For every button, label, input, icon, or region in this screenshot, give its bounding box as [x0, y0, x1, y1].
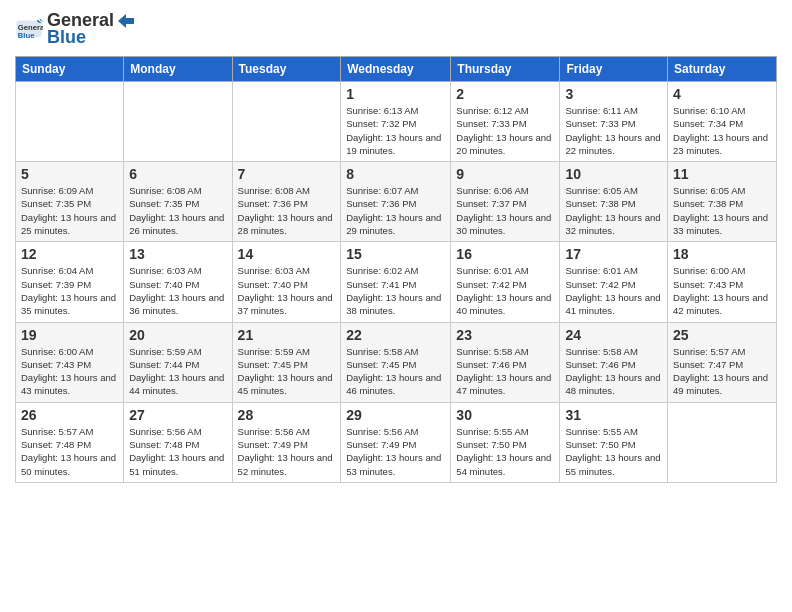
calendar-cell: 10Sunrise: 6:05 AM Sunset: 7:38 PM Dayli… — [560, 162, 668, 242]
calendar-cell: 29Sunrise: 5:56 AM Sunset: 7:49 PM Dayli… — [341, 402, 451, 482]
day-number: 9 — [456, 166, 554, 182]
calendar-cell: 25Sunrise: 5:57 AM Sunset: 7:47 PM Dayli… — [668, 322, 777, 402]
calendar-cell: 26Sunrise: 5:57 AM Sunset: 7:48 PM Dayli… — [16, 402, 124, 482]
weekday-header-friday: Friday — [560, 57, 668, 82]
calendar-cell: 12Sunrise: 6:04 AM Sunset: 7:39 PM Dayli… — [16, 242, 124, 322]
day-number: 16 — [456, 246, 554, 262]
calendar-cell: 19Sunrise: 6:00 AM Sunset: 7:43 PM Dayli… — [16, 322, 124, 402]
svg-marker-5 — [118, 14, 134, 28]
calendar-cell: 9Sunrise: 6:06 AM Sunset: 7:37 PM Daylig… — [451, 162, 560, 242]
weekday-header-monday: Monday — [124, 57, 232, 82]
calendar-header: SundayMondayTuesdayWednesdayThursdayFrid… — [16, 57, 777, 82]
calendar-cell: 21Sunrise: 5:59 AM Sunset: 7:45 PM Dayli… — [232, 322, 341, 402]
calendar-week-row: 19Sunrise: 6:00 AM Sunset: 7:43 PM Dayli… — [16, 322, 777, 402]
day-info: Sunrise: 6:07 AM Sunset: 7:36 PM Dayligh… — [346, 184, 445, 237]
day-info: Sunrise: 5:56 AM Sunset: 7:49 PM Dayligh… — [346, 425, 445, 478]
logo-icon: General Blue — [15, 15, 43, 43]
day-number: 21 — [238, 327, 336, 343]
day-info: Sunrise: 6:05 AM Sunset: 7:38 PM Dayligh… — [565, 184, 662, 237]
calendar-cell — [124, 82, 232, 162]
weekday-header-saturday: Saturday — [668, 57, 777, 82]
day-info: Sunrise: 5:56 AM Sunset: 7:49 PM Dayligh… — [238, 425, 336, 478]
calendar-cell — [668, 402, 777, 482]
calendar-cell: 22Sunrise: 5:58 AM Sunset: 7:45 PM Dayli… — [341, 322, 451, 402]
day-number: 19 — [21, 327, 118, 343]
day-info: Sunrise: 6:02 AM Sunset: 7:41 PM Dayligh… — [346, 264, 445, 317]
weekday-header-row: SundayMondayTuesdayWednesdayThursdayFrid… — [16, 57, 777, 82]
calendar-cell: 8Sunrise: 6:07 AM Sunset: 7:36 PM Daylig… — [341, 162, 451, 242]
day-number: 3 — [565, 86, 662, 102]
day-number: 12 — [21, 246, 118, 262]
day-info: Sunrise: 6:11 AM Sunset: 7:33 PM Dayligh… — [565, 104, 662, 157]
day-info: Sunrise: 5:55 AM Sunset: 7:50 PM Dayligh… — [565, 425, 662, 478]
day-number: 25 — [673, 327, 771, 343]
day-number: 2 — [456, 86, 554, 102]
logo-arrow-icon — [116, 12, 134, 30]
calendar-week-row: 5Sunrise: 6:09 AM Sunset: 7:35 PM Daylig… — [16, 162, 777, 242]
day-number: 15 — [346, 246, 445, 262]
day-number: 17 — [565, 246, 662, 262]
logo-wordmark: General Blue — [47, 10, 134, 48]
header: General Blue General Blue — [15, 10, 777, 48]
calendar-cell: 15Sunrise: 6:02 AM Sunset: 7:41 PM Dayli… — [341, 242, 451, 322]
calendar-cell: 13Sunrise: 6:03 AM Sunset: 7:40 PM Dayli… — [124, 242, 232, 322]
calendar-cell: 14Sunrise: 6:03 AM Sunset: 7:40 PM Dayli… — [232, 242, 341, 322]
calendar-cell: 17Sunrise: 6:01 AM Sunset: 7:42 PM Dayli… — [560, 242, 668, 322]
day-number: 5 — [21, 166, 118, 182]
day-info: Sunrise: 5:58 AM Sunset: 7:46 PM Dayligh… — [456, 345, 554, 398]
day-info: Sunrise: 6:01 AM Sunset: 7:42 PM Dayligh… — [456, 264, 554, 317]
day-info: Sunrise: 6:13 AM Sunset: 7:32 PM Dayligh… — [346, 104, 445, 157]
day-number: 28 — [238, 407, 336, 423]
day-info: Sunrise: 5:55 AM Sunset: 7:50 PM Dayligh… — [456, 425, 554, 478]
svg-text:Blue: Blue — [18, 31, 35, 40]
calendar-cell: 1Sunrise: 6:13 AM Sunset: 7:32 PM Daylig… — [341, 82, 451, 162]
calendar-cell: 31Sunrise: 5:55 AM Sunset: 7:50 PM Dayli… — [560, 402, 668, 482]
day-info: Sunrise: 6:12 AM Sunset: 7:33 PM Dayligh… — [456, 104, 554, 157]
calendar-cell: 23Sunrise: 5:58 AM Sunset: 7:46 PM Dayli… — [451, 322, 560, 402]
calendar-cell — [16, 82, 124, 162]
calendar-cell: 7Sunrise: 6:08 AM Sunset: 7:36 PM Daylig… — [232, 162, 341, 242]
calendar-cell: 30Sunrise: 5:55 AM Sunset: 7:50 PM Dayli… — [451, 402, 560, 482]
day-info: Sunrise: 5:59 AM Sunset: 7:44 PM Dayligh… — [129, 345, 226, 398]
day-info: Sunrise: 6:05 AM Sunset: 7:38 PM Dayligh… — [673, 184, 771, 237]
calendar-week-row: 1Sunrise: 6:13 AM Sunset: 7:32 PM Daylig… — [16, 82, 777, 162]
day-number: 13 — [129, 246, 226, 262]
day-number: 18 — [673, 246, 771, 262]
logo: General Blue General Blue — [15, 10, 134, 48]
day-number: 8 — [346, 166, 445, 182]
day-number: 23 — [456, 327, 554, 343]
calendar-cell: 24Sunrise: 5:58 AM Sunset: 7:46 PM Dayli… — [560, 322, 668, 402]
calendar-cell — [232, 82, 341, 162]
day-info: Sunrise: 6:08 AM Sunset: 7:35 PM Dayligh… — [129, 184, 226, 237]
day-number: 29 — [346, 407, 445, 423]
day-number: 30 — [456, 407, 554, 423]
day-info: Sunrise: 5:58 AM Sunset: 7:45 PM Dayligh… — [346, 345, 445, 398]
day-info: Sunrise: 5:58 AM Sunset: 7:46 PM Dayligh… — [565, 345, 662, 398]
day-number: 14 — [238, 246, 336, 262]
day-info: Sunrise: 6:00 AM Sunset: 7:43 PM Dayligh… — [21, 345, 118, 398]
day-number: 10 — [565, 166, 662, 182]
day-info: Sunrise: 6:04 AM Sunset: 7:39 PM Dayligh… — [21, 264, 118, 317]
day-number: 27 — [129, 407, 226, 423]
day-number: 20 — [129, 327, 226, 343]
weekday-header-sunday: Sunday — [16, 57, 124, 82]
day-info: Sunrise: 6:08 AM Sunset: 7:36 PM Dayligh… — [238, 184, 336, 237]
day-info: Sunrise: 6:06 AM Sunset: 7:37 PM Dayligh… — [456, 184, 554, 237]
day-number: 26 — [21, 407, 118, 423]
calendar-cell: 16Sunrise: 6:01 AM Sunset: 7:42 PM Dayli… — [451, 242, 560, 322]
day-number: 6 — [129, 166, 226, 182]
calendar-table: SundayMondayTuesdayWednesdayThursdayFrid… — [15, 56, 777, 483]
calendar-cell: 28Sunrise: 5:56 AM Sunset: 7:49 PM Dayli… — [232, 402, 341, 482]
calendar-cell: 6Sunrise: 6:08 AM Sunset: 7:35 PM Daylig… — [124, 162, 232, 242]
day-number: 4 — [673, 86, 771, 102]
day-number: 31 — [565, 407, 662, 423]
day-number: 1 — [346, 86, 445, 102]
day-info: Sunrise: 6:10 AM Sunset: 7:34 PM Dayligh… — [673, 104, 771, 157]
day-info: Sunrise: 5:57 AM Sunset: 7:48 PM Dayligh… — [21, 425, 118, 478]
day-info: Sunrise: 6:09 AM Sunset: 7:35 PM Dayligh… — [21, 184, 118, 237]
calendar-cell: 4Sunrise: 6:10 AM Sunset: 7:34 PM Daylig… — [668, 82, 777, 162]
calendar-cell: 18Sunrise: 6:00 AM Sunset: 7:43 PM Dayli… — [668, 242, 777, 322]
day-number: 11 — [673, 166, 771, 182]
calendar-week-row: 12Sunrise: 6:04 AM Sunset: 7:39 PM Dayli… — [16, 242, 777, 322]
day-info: Sunrise: 6:01 AM Sunset: 7:42 PM Dayligh… — [565, 264, 662, 317]
